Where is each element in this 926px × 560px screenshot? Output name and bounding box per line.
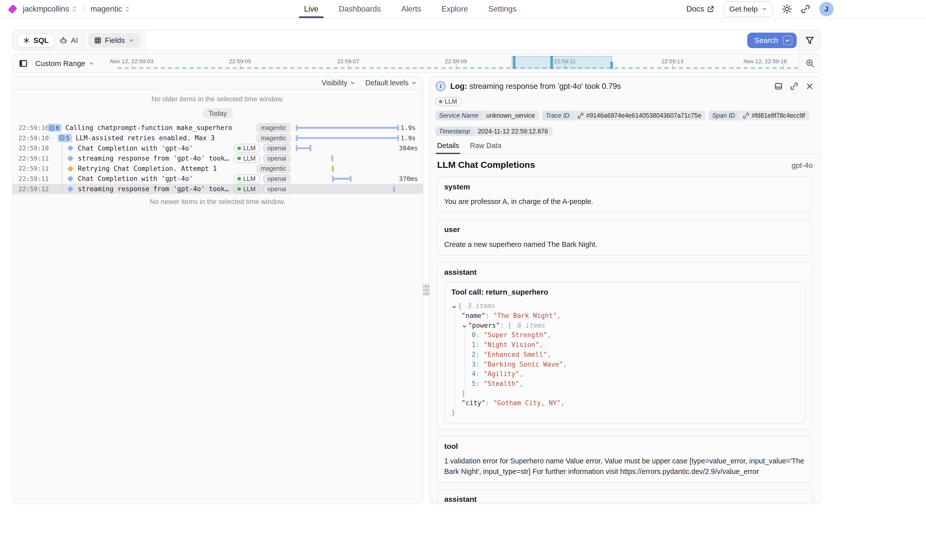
today-badge[interactable]: Today xyxy=(203,108,233,119)
ai-mode-button[interactable]: AI xyxy=(59,36,78,45)
log-timestamp: 22:59:11 xyxy=(18,165,44,172)
timeline-tick-label: Nov 12, 22:59:03 xyxy=(110,58,153,65)
log-row[interactable]: 22:59:11streaming response from 'gpt-4o'… xyxy=(12,153,423,164)
tab-explore[interactable]: Explore xyxy=(440,0,469,18)
collapse-count-chip[interactable]: 6 xyxy=(47,124,62,132)
sparkle-icon xyxy=(23,37,30,44)
org-switcher[interactable]: jackmpcollins xyxy=(23,5,77,14)
theme-toggle-sun-icon[interactable] xyxy=(782,4,792,14)
tab-live[interactable]: Live xyxy=(303,0,320,18)
meta-value-text: 2024-11-12 22:59:12.876 xyxy=(478,128,548,135)
collapse-count-chip[interactable]: 5 xyxy=(57,134,72,142)
log-timestamp: 22:59:10 xyxy=(18,145,44,152)
log-diamond-icon xyxy=(67,176,73,182)
section-title: LLM Chat Completions xyxy=(437,160,535,170)
get-help-button[interactable]: Get help xyxy=(723,1,773,17)
detail-tags: LLM xyxy=(430,93,820,107)
log-message: streaming response from 'gpt-4o' took 0.… xyxy=(74,154,234,162)
json-token: : xyxy=(475,340,484,350)
llm-tag-pill[interactable]: LLM xyxy=(436,97,462,106)
log-message: LLM-assisted retries enabled. Max 3 xyxy=(72,134,257,142)
json-token: : xyxy=(475,359,484,369)
tab-raw-data[interactable]: Raw Data xyxy=(469,139,503,153)
log-timestamp: 22:59:10 xyxy=(18,124,44,131)
meta-chip-timestamp[interactable]: Timestamp2024-11-12 22:59:12.876 xyxy=(436,127,552,136)
timeline-tick-label: Nov 12, 22:59:16 xyxy=(743,58,787,65)
docs-link[interactable]: Docs xyxy=(687,5,714,14)
tool-call-name: Tool call: return_superhero xyxy=(451,288,799,296)
span-duration-bar xyxy=(296,137,399,139)
filter-segment xyxy=(799,30,820,50)
indent-guide xyxy=(454,321,461,331)
visibility-dropdown[interactable]: Visibility xyxy=(321,79,356,87)
dock-panel-icon[interactable] xyxy=(774,82,783,90)
levels-dropdown[interactable]: Default levels xyxy=(365,79,417,87)
tag-pill: magentic xyxy=(257,124,290,132)
duration-label: 1.9s xyxy=(399,124,423,131)
tab-dashboards[interactable]: Dashboards xyxy=(337,0,382,18)
log-row[interactable]: 22:59:12streaming response from 'gpt-4o'… xyxy=(12,184,423,194)
json-token: , xyxy=(547,350,551,359)
time-range-selector[interactable]: Custom Range xyxy=(35,59,94,68)
fields-button[interactable]: Fields xyxy=(88,33,141,48)
item-count: 6 items xyxy=(516,321,545,331)
meta-chip-trace-id[interactable]: Trace ID#9146a6974e4e6140538043607a71c75… xyxy=(542,111,705,121)
meta-value: unknown_service xyxy=(482,111,539,121)
json-line: "powers": [ 6 items xyxy=(451,321,799,331)
item-count: 3 items xyxy=(466,301,495,311)
indent-guide xyxy=(454,398,461,408)
meta-chip-span-id[interactable]: Span ID#fd81e8f78c4ecc9f xyxy=(708,111,809,121)
search-input[interactable] xyxy=(146,36,745,45)
timeline-tick-mark xyxy=(672,65,673,68)
json-token: 2 xyxy=(472,350,476,359)
meta-value-text: #fd81e8f78c4ecc9f xyxy=(752,112,805,119)
log-row[interactable]: 22:59:105LLM-assisted retries enabled. M… xyxy=(12,133,423,143)
message-card-assistant: assistantTool call: return_superhero{ 3 … xyxy=(437,262,813,430)
sidebar-toggle-button[interactable] xyxy=(17,57,30,70)
tree-connector xyxy=(50,138,54,138)
log-row[interactable]: 22:59:11Chat Completion with 'gpt-4o'LLM… xyxy=(12,174,423,184)
squared-minus-icon xyxy=(59,135,65,140)
tag-pill: openai xyxy=(263,185,291,193)
tab-details[interactable]: Details xyxy=(436,139,460,153)
detail-header: i Log: streaming response from 'gpt-4o' … xyxy=(430,77,820,93)
json-token: , xyxy=(539,340,543,350)
sql-mode-button[interactable]: SQL xyxy=(17,33,55,48)
meta-chip-service-name[interactable]: Service Nameunknown_service xyxy=(436,111,539,121)
search-button[interactable]: Search xyxy=(747,33,797,48)
message-text: You are professor A, in charge of the A-… xyxy=(444,196,806,207)
tag-label: LLM xyxy=(243,175,256,183)
message-role: user xyxy=(444,225,806,234)
json-token: 0 xyxy=(472,330,476,340)
json-line: 2: "Enhanced Smell", xyxy=(451,350,799,359)
project-switcher[interactable]: magentic xyxy=(91,5,130,14)
warning-diamond-icon xyxy=(67,166,73,172)
log-row[interactable]: 22:59:11Retrying Chat Completion. Attemp… xyxy=(12,164,423,174)
log-row[interactable]: 22:59:106Calling chatprompt-function mak… xyxy=(12,123,423,133)
timeline-selection[interactable] xyxy=(512,56,612,69)
close-icon[interactable] xyxy=(805,82,814,90)
timeline-zoom-button[interactable] xyxy=(799,54,820,73)
copy-link-icon[interactable] xyxy=(790,82,798,90)
duration-gantt xyxy=(296,133,399,143)
timeline-tick-label: 22:59:09 xyxy=(445,58,467,65)
meta-label: Trace ID xyxy=(542,111,573,121)
share-link-icon[interactable] xyxy=(801,4,810,14)
log-tags: LLMopenai xyxy=(234,185,290,193)
message-cards: systemYou are professor A, in charge of … xyxy=(437,177,813,504)
duration-gantt xyxy=(296,164,399,174)
avatar[interactable]: J xyxy=(819,2,834,16)
org-name: jackmpcollins xyxy=(23,5,69,14)
json-token: "Enhanced Smell" xyxy=(484,350,547,359)
duration-gantt xyxy=(296,174,399,184)
collapse-chevron-icon[interactable] xyxy=(461,322,468,328)
filter-funnel-icon[interactable] xyxy=(805,36,814,45)
indent-guide xyxy=(454,359,461,369)
meta-value: 2024-11-12 22:59:12.876 xyxy=(474,127,552,136)
tab-settings[interactable]: Settings xyxy=(487,0,518,18)
chevron-updown-icon xyxy=(71,6,77,12)
log-row[interactable]: 22:59:10Chat Completion with 'gpt-4o'LLM… xyxy=(12,143,423,153)
panel-resize-handle[interactable] xyxy=(423,76,429,504)
tab-alerts[interactable]: Alerts xyxy=(400,0,422,18)
collapse-chevron-icon[interactable] xyxy=(451,303,457,309)
